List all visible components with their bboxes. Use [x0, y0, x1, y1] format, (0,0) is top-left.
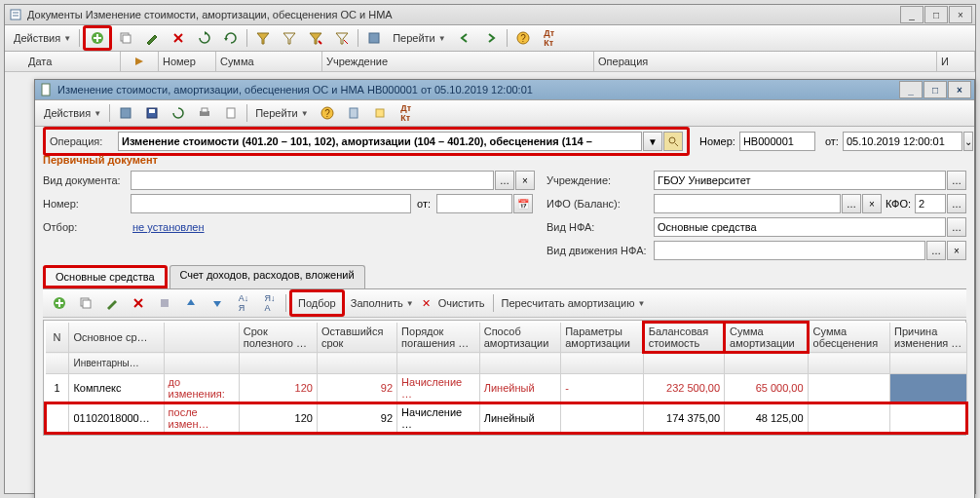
refresh-button[interactable] — [192, 27, 217, 49]
zapolnit-dropdown[interactable]: Заполнить▼ — [346, 292, 419, 314]
row-add-button[interactable] — [47, 292, 72, 314]
th-inv[interactable]: Инвентарны… — [69, 353, 164, 374]
institution-input[interactable] — [654, 171, 946, 190]
th-ost[interactable]: Оставшийся срок — [317, 323, 396, 353]
edit-button[interactable] — [139, 27, 165, 49]
inner-actions-dropdown[interactable]: Действия▼ — [39, 102, 106, 124]
doc-type-input[interactable] — [131, 171, 494, 190]
row-delete-button[interactable] — [126, 292, 151, 314]
th-obes[interactable]: Сумма обесценения — [808, 323, 889, 353]
th-n[interactable]: N — [46, 323, 69, 353]
th-por[interactable]: Порядок погашения … — [397, 323, 480, 353]
inner-save-icon[interactable] — [139, 102, 165, 124]
doc-number-input[interactable] — [131, 194, 411, 213]
inner-print-icon[interactable] — [192, 102, 217, 124]
close-button[interactable]: × — [949, 6, 972, 23]
ifo-sel[interactable]: … — [842, 194, 861, 213]
svg-line-10 — [319, 41, 321, 44]
actions-dropdown[interactable]: Действия▼ — [9, 27, 76, 49]
row-down-button[interactable] — [205, 292, 230, 314]
tab-accounts[interactable]: Счет доходов, расходов, вложений — [170, 265, 365, 288]
col-sum[interactable]: Сумма — [216, 52, 322, 71]
date-picker-button[interactable]: ⌄ — [963, 132, 973, 151]
sort-asc-button[interactable]: А↓Я — [231, 292, 256, 314]
row-up-button[interactable] — [178, 292, 204, 314]
podbor-button[interactable]: Подбор — [289, 289, 345, 317]
kfo-input[interactable] — [915, 194, 946, 213]
filter-link[interactable]: не установлен — [131, 221, 205, 233]
nfa-sel[interactable]: … — [947, 217, 966, 237]
ifo-input[interactable] — [654, 194, 841, 213]
reverse-button[interactable] — [218, 27, 244, 49]
col-date[interactable]: Дата — [24, 52, 121, 71]
operation-dropdown-button[interactable]: ▼ — [643, 132, 662, 151]
inner-refresh-icon[interactable] — [166, 102, 191, 124]
svg-rect-0 — [11, 10, 20, 19]
col-operation[interactable]: Операция — [594, 52, 937, 71]
doc-type-clear[interactable]: … — [495, 171, 514, 190]
date-input[interactable] — [843, 132, 962, 151]
delete-button[interactable] — [166, 27, 191, 49]
svg-line-11 — [344, 40, 348, 44]
row-settings-button[interactable] — [152, 292, 177, 314]
doc-list-icon — [8, 7, 23, 22]
filter4-button[interactable] — [329, 27, 355, 49]
inner-close-button[interactable]: × — [948, 81, 971, 98]
help-button[interactable]: ? — [510, 27, 536, 49]
row-edit-button[interactable] — [99, 292, 125, 314]
inner-help-button[interactable]: ? — [315, 102, 340, 124]
dtkt-button[interactable]: ДтКт — [537, 27, 562, 49]
reason-cell[interactable] — [890, 374, 967, 403]
copy-button[interactable] — [113, 27, 138, 49]
inner-minimize-button[interactable]: _ — [899, 81, 923, 98]
inner-clip-icon[interactable] — [341, 102, 366, 124]
col-institution[interactable]: Учреждение — [322, 52, 594, 71]
filter2-button[interactable] — [277, 27, 302, 49]
th-os[interactable]: Основное ср… — [69, 323, 164, 353]
inner-maximize-button[interactable]: □ — [923, 81, 947, 98]
th-param[interactable]: Параметры амортизации — [561, 323, 644, 353]
maximize-button[interactable]: □ — [924, 6, 948, 23]
doc-icon — [38, 82, 54, 97]
add-button[interactable] — [83, 25, 112, 51]
move-sel[interactable]: … — [926, 241, 946, 260]
inner-doclist-icon[interactable] — [218, 102, 244, 124]
recalc-dropdown[interactable]: Пересчитать амортизацию▼ — [497, 292, 651, 314]
doc-type-x[interactable]: × — [515, 171, 535, 190]
th-sposob[interactable]: Способ амортизации — [479, 323, 561, 353]
th-reason[interactable]: Причина изменения … — [890, 323, 967, 353]
kfo-sel[interactable]: … — [947, 194, 966, 213]
col-i[interactable]: И — [937, 52, 975, 71]
col-marker[interactable] — [121, 52, 159, 71]
inner-note-icon[interactable] — [367, 102, 393, 124]
nav-fwd-button[interactable] — [478, 27, 504, 49]
row-copy-button[interactable] — [73, 292, 98, 314]
operation-search-button[interactable] — [663, 132, 683, 151]
inner-dtkt-icon[interactable]: ДтКт — [394, 102, 419, 124]
ochistit-button[interactable]: Очистить — [433, 292, 490, 314]
sort-desc-button[interactable]: Я↓А — [257, 292, 283, 314]
ifo-x[interactable]: × — [862, 194, 882, 213]
proceed-button[interactable] — [361, 27, 387, 49]
filter1-button[interactable] — [250, 27, 276, 49]
move-input[interactable] — [654, 241, 925, 260]
th-sum[interactable]: Сумма амортизации — [725, 323, 809, 353]
goto-dropdown[interactable]: Перейти▼ — [388, 27, 451, 49]
doc-date-picker[interactable]: 📅 — [513, 194, 533, 213]
nav-back-button[interactable] — [452, 27, 477, 49]
nfa-input[interactable] — [654, 217, 946, 237]
operation-input[interactable] — [118, 132, 642, 151]
doc-date-input[interactable] — [436, 194, 512, 213]
institution-sel[interactable]: … — [947, 171, 966, 190]
th-srok[interactable]: Срок полезного … — [239, 323, 317, 353]
inner-goto-dropdown[interactable]: Перейти▼ — [250, 102, 314, 124]
move-x[interactable]: × — [947, 241, 966, 260]
number-input[interactable] — [739, 132, 815, 151]
th-bal[interactable]: Балансовая стоимость — [643, 323, 724, 353]
svg-rect-7 — [123, 35, 131, 43]
filter3-button[interactable] — [303, 27, 328, 49]
col-number[interactable]: Номер — [159, 52, 216, 71]
minimize-button[interactable]: _ — [900, 6, 923, 23]
inner-proceed-icon[interactable] — [113, 102, 138, 124]
tab-os[interactable]: Основные средства — [43, 265, 168, 288]
